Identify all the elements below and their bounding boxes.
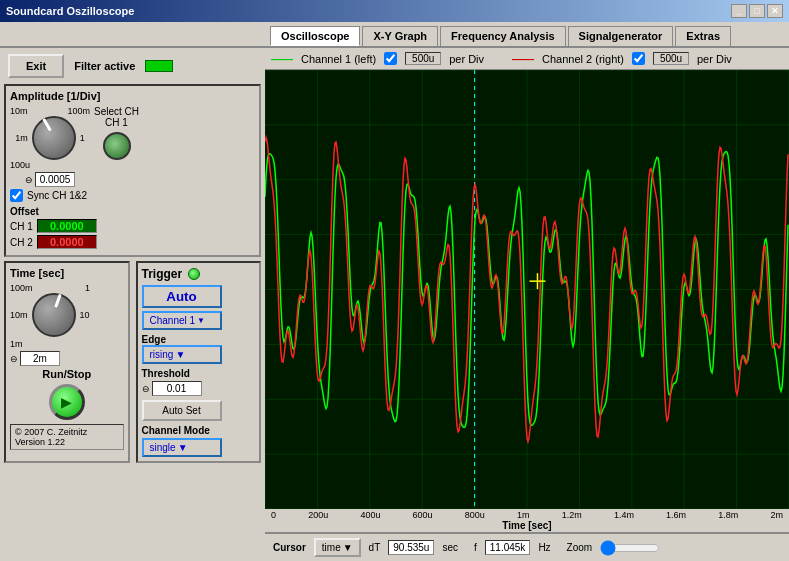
tab-extras[interactable]: Extras (675, 26, 731, 46)
trigger-panel: Trigger Auto Channel 1 ▼ Edge rising ▼ T… (136, 261, 262, 463)
window-controls[interactable]: _ □ ✕ (731, 4, 783, 18)
ch2-per-div-input[interactable] (653, 52, 689, 65)
sync-label: Sync CH 1&2 (27, 190, 87, 201)
time-100m: 100m (10, 283, 33, 293)
time-value[interactable] (20, 351, 60, 366)
sync-row: Sync CH 1&2 (10, 189, 255, 202)
amp-scale-1: 1 (80, 133, 85, 143)
ch1-offset-row: CH 1 (10, 219, 255, 233)
time-1m: 1m (10, 339, 23, 349)
x-axis-container: 0 200u 400u 600u 800u 1m 1.2m 1.4m 1.6m … (265, 509, 789, 532)
trigger-mode-button[interactable]: Auto (142, 285, 222, 308)
rising-label: rising (150, 349, 174, 360)
ch1-indicator (103, 132, 131, 160)
single-arrow: ▼ (178, 442, 188, 453)
ch2-offset-row: CH 2 (10, 235, 255, 249)
dt-value: 90.535u (388, 540, 434, 555)
cursor-bar: Cursor time ▼ dT 90.535u sec f 11.045k H… (265, 532, 789, 561)
trigger-header: Trigger (142, 267, 256, 281)
minimize-button[interactable]: _ (731, 4, 747, 18)
time-1: 1 (85, 283, 90, 293)
trigger-channel-label: Channel 1 (150, 315, 196, 326)
single-label: single (150, 442, 176, 453)
amplitude-knob-area: 10m 100m 1m 1 100u (10, 106, 90, 187)
zoom-label: Zoom (567, 542, 593, 553)
ch2-offset-input[interactable] (37, 235, 97, 249)
x-label-400u: 400u (360, 510, 380, 520)
amplitude-title: Amplitude [1/Div] (10, 90, 255, 102)
ch2-display-checkbox[interactable] (632, 52, 645, 65)
dt-label: dT (369, 542, 381, 553)
threshold-icon: ⊖ (142, 384, 150, 394)
tab-frequency-analysis[interactable]: Frequency Analysis (440, 26, 566, 46)
zoom-slider[interactable] (600, 540, 660, 556)
x-label-800u: 800u (465, 510, 485, 520)
threshold-input[interactable] (152, 381, 202, 396)
ch1-label: CH 1 (105, 117, 128, 128)
trigger-channel-arrow: ▼ (197, 316, 205, 325)
amplitude-knob[interactable] (32, 116, 76, 160)
x-label-1.8m: 1.8m (718, 510, 738, 520)
exit-button[interactable]: Exit (8, 54, 64, 78)
time-title: Time [sec] (10, 267, 124, 279)
tab-oscilloscope[interactable]: Oscilloscope (270, 26, 360, 46)
tabs-row: Oscilloscope X-Y Graph Frequency Analysi… (0, 22, 789, 46)
run-stop-button[interactable]: ▶ (49, 384, 85, 420)
channel-mode-label: Channel Mode (142, 425, 256, 436)
tab-xy-graph[interactable]: X-Y Graph (362, 26, 438, 46)
x-label-1m: 1m (517, 510, 530, 520)
ch1-offset-input[interactable] (37, 219, 97, 233)
window-title: Soundcard Oszilloscope (6, 5, 134, 17)
scope-canvas (265, 70, 789, 509)
f-value: 11.045k (485, 540, 531, 555)
content-area: Exit Filter active Amplitude [1/Div] 10m… (0, 46, 789, 561)
maximize-button[interactable]: □ (749, 4, 765, 18)
ch2-per-div-unit: per Div (697, 53, 732, 65)
trigger-led (188, 268, 200, 280)
f-label: f (474, 542, 477, 553)
amp-scale-100m: 100m (67, 106, 90, 116)
cursor-time-arrow: ▼ (343, 542, 353, 553)
trigger-channel-button[interactable]: Channel 1 ▼ (142, 311, 222, 330)
ch1-per-div-unit: per Div (449, 53, 484, 65)
x-axis-title: Time [sec] (265, 520, 789, 531)
dt-unit: sec (442, 542, 458, 553)
tab-signalgenerator[interactable]: Signalgenerator (568, 26, 674, 46)
time-panel: Time [sec] 100m 1 10m 10 1m (4, 261, 130, 463)
trigger-rising-button[interactable]: rising ▼ (142, 345, 222, 364)
x-label-0: 0 (271, 510, 276, 520)
cursor-time-label: time (322, 542, 341, 553)
x-label-1.4m: 1.4m (614, 510, 634, 520)
time-10: 10 (80, 310, 90, 320)
channel-mode-button[interactable]: single ▼ (142, 438, 222, 457)
amplitude-value[interactable] (35, 172, 75, 187)
time-knob[interactable] (32, 293, 76, 337)
select-ch-area: Select CH CH 1 (94, 106, 139, 187)
top-controls: Exit Filter active (4, 52, 261, 80)
f-unit: Hz (538, 542, 550, 553)
ch1-per-div-input[interactable] (405, 52, 441, 65)
rising-arrow: ▼ (175, 349, 185, 360)
offset-section: Offset CH 1 CH 2 (10, 206, 255, 249)
cursor-time-button[interactable]: time ▼ (314, 538, 361, 557)
x-label-600u: 600u (413, 510, 433, 520)
ch1-offset-label: CH 1 (10, 221, 33, 232)
amplitude-section: 10m 100m 1m 1 100u (10, 106, 255, 187)
ch2-color-bar: —— (512, 53, 534, 65)
window-body: Oscilloscope X-Y Graph Frequency Analysi… (0, 22, 789, 561)
x-label-1.2m: 1.2m (562, 510, 582, 520)
amp-scale-100u: 100u (10, 160, 30, 170)
time-10m: 10m (10, 310, 28, 320)
close-button[interactable]: ✕ (767, 4, 783, 18)
ch1-display-checkbox[interactable] (384, 52, 397, 65)
autoset-button[interactable]: Auto Set (142, 400, 222, 421)
x-label-200u: 200u (308, 510, 328, 520)
threshold-label: Threshold (142, 368, 256, 379)
ch2-offset-label: CH 2 (10, 237, 33, 248)
trigger-title: Trigger (142, 267, 183, 281)
sync-checkbox[interactable] (10, 189, 23, 202)
left-panel: Exit Filter active Amplitude [1/Div] 10m… (0, 48, 265, 561)
scope-display (265, 70, 789, 509)
ch2-display-label: Channel 2 (right) (542, 53, 624, 65)
ch1-display-label: Channel 1 (left) (301, 53, 376, 65)
